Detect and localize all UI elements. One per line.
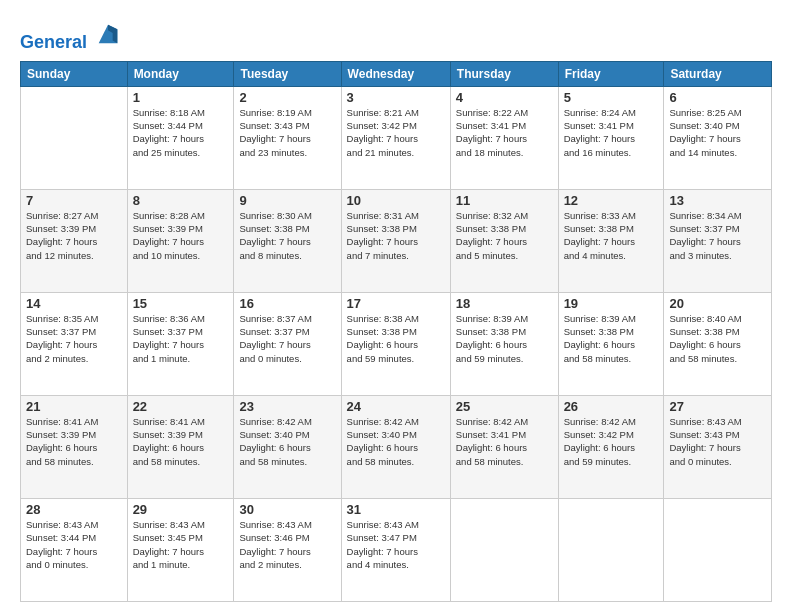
day-info: Sunrise: 8:24 AM Sunset: 3:41 PM Dayligh… (564, 106, 659, 159)
day-info: Sunrise: 8:43 AM Sunset: 3:47 PM Dayligh… (347, 518, 445, 571)
calendar-table: SundayMondayTuesdayWednesdayThursdayFrid… (20, 61, 772, 602)
day-number: 2 (239, 90, 335, 105)
header: General (20, 16, 772, 53)
day-number: 3 (347, 90, 445, 105)
day-info: Sunrise: 8:18 AM Sunset: 3:44 PM Dayligh… (133, 106, 229, 159)
day-number: 13 (669, 193, 766, 208)
calendar-cell: 22Sunrise: 8:41 AM Sunset: 3:39 PM Dayli… (127, 395, 234, 498)
calendar-cell: 11Sunrise: 8:32 AM Sunset: 3:38 PM Dayli… (450, 189, 558, 292)
day-info: Sunrise: 8:37 AM Sunset: 3:37 PM Dayligh… (239, 312, 335, 365)
calendar-cell (21, 86, 128, 189)
day-number: 29 (133, 502, 229, 517)
day-info: Sunrise: 8:39 AM Sunset: 3:38 PM Dayligh… (456, 312, 553, 365)
day-info: Sunrise: 8:39 AM Sunset: 3:38 PM Dayligh… (564, 312, 659, 365)
calendar-week-row: 7Sunrise: 8:27 AM Sunset: 3:39 PM Daylig… (21, 189, 772, 292)
calendar-header-row: SundayMondayTuesdayWednesdayThursdayFrid… (21, 61, 772, 86)
day-number: 26 (564, 399, 659, 414)
day-info: Sunrise: 8:31 AM Sunset: 3:38 PM Dayligh… (347, 209, 445, 262)
calendar-cell: 2Sunrise: 8:19 AM Sunset: 3:43 PM Daylig… (234, 86, 341, 189)
calendar-cell: 16Sunrise: 8:37 AM Sunset: 3:37 PM Dayli… (234, 292, 341, 395)
logo-text: General (20, 20, 122, 53)
calendar-cell: 29Sunrise: 8:43 AM Sunset: 3:45 PM Dayli… (127, 498, 234, 601)
calendar-cell: 12Sunrise: 8:33 AM Sunset: 3:38 PM Dayli… (558, 189, 664, 292)
day-info: Sunrise: 8:43 AM Sunset: 3:43 PM Dayligh… (669, 415, 766, 468)
day-info: Sunrise: 8:35 AM Sunset: 3:37 PM Dayligh… (26, 312, 122, 365)
calendar-header-cell: Tuesday (234, 61, 341, 86)
logo: General (20, 20, 122, 53)
calendar-header-cell: Friday (558, 61, 664, 86)
day-number: 24 (347, 399, 445, 414)
day-number: 1 (133, 90, 229, 105)
day-number: 17 (347, 296, 445, 311)
day-info: Sunrise: 8:27 AM Sunset: 3:39 PM Dayligh… (26, 209, 122, 262)
calendar-cell (450, 498, 558, 601)
calendar-cell (664, 498, 772, 601)
day-number: 28 (26, 502, 122, 517)
calendar-week-row: 28Sunrise: 8:43 AM Sunset: 3:44 PM Dayli… (21, 498, 772, 601)
day-number: 16 (239, 296, 335, 311)
day-info: Sunrise: 8:33 AM Sunset: 3:38 PM Dayligh… (564, 209, 659, 262)
day-info: Sunrise: 8:42 AM Sunset: 3:40 PM Dayligh… (347, 415, 445, 468)
day-info: Sunrise: 8:43 AM Sunset: 3:44 PM Dayligh… (26, 518, 122, 571)
day-number: 8 (133, 193, 229, 208)
day-number: 12 (564, 193, 659, 208)
day-info: Sunrise: 8:43 AM Sunset: 3:46 PM Dayligh… (239, 518, 335, 571)
day-number: 9 (239, 193, 335, 208)
day-number: 27 (669, 399, 766, 414)
day-number: 15 (133, 296, 229, 311)
day-number: 25 (456, 399, 553, 414)
day-number: 10 (347, 193, 445, 208)
day-number: 7 (26, 193, 122, 208)
calendar-cell: 23Sunrise: 8:42 AM Sunset: 3:40 PM Dayli… (234, 395, 341, 498)
calendar-body: 1Sunrise: 8:18 AM Sunset: 3:44 PM Daylig… (21, 86, 772, 601)
calendar-cell: 24Sunrise: 8:42 AM Sunset: 3:40 PM Dayli… (341, 395, 450, 498)
calendar-cell: 7Sunrise: 8:27 AM Sunset: 3:39 PM Daylig… (21, 189, 128, 292)
day-number: 5 (564, 90, 659, 105)
day-number: 21 (26, 399, 122, 414)
day-number: 14 (26, 296, 122, 311)
calendar-cell: 3Sunrise: 8:21 AM Sunset: 3:42 PM Daylig… (341, 86, 450, 189)
day-number: 18 (456, 296, 553, 311)
day-number: 31 (347, 502, 445, 517)
day-info: Sunrise: 8:28 AM Sunset: 3:39 PM Dayligh… (133, 209, 229, 262)
calendar-cell: 1Sunrise: 8:18 AM Sunset: 3:44 PM Daylig… (127, 86, 234, 189)
day-info: Sunrise: 8:32 AM Sunset: 3:38 PM Dayligh… (456, 209, 553, 262)
day-number: 11 (456, 193, 553, 208)
calendar-cell: 8Sunrise: 8:28 AM Sunset: 3:39 PM Daylig… (127, 189, 234, 292)
calendar-cell: 5Sunrise: 8:24 AM Sunset: 3:41 PM Daylig… (558, 86, 664, 189)
calendar-cell: 17Sunrise: 8:38 AM Sunset: 3:38 PM Dayli… (341, 292, 450, 395)
page: General SundayMondayTuesdayWednesdayThur… (0, 0, 792, 612)
calendar-cell: 31Sunrise: 8:43 AM Sunset: 3:47 PM Dayli… (341, 498, 450, 601)
day-info: Sunrise: 8:38 AM Sunset: 3:38 PM Dayligh… (347, 312, 445, 365)
day-number: 19 (564, 296, 659, 311)
calendar-cell: 25Sunrise: 8:42 AM Sunset: 3:41 PM Dayli… (450, 395, 558, 498)
calendar-week-row: 14Sunrise: 8:35 AM Sunset: 3:37 PM Dayli… (21, 292, 772, 395)
day-info: Sunrise: 8:40 AM Sunset: 3:38 PM Dayligh… (669, 312, 766, 365)
day-info: Sunrise: 8:42 AM Sunset: 3:41 PM Dayligh… (456, 415, 553, 468)
calendar-cell: 27Sunrise: 8:43 AM Sunset: 3:43 PM Dayli… (664, 395, 772, 498)
calendar-cell: 30Sunrise: 8:43 AM Sunset: 3:46 PM Dayli… (234, 498, 341, 601)
day-info: Sunrise: 8:22 AM Sunset: 3:41 PM Dayligh… (456, 106, 553, 159)
day-number: 4 (456, 90, 553, 105)
day-info: Sunrise: 8:30 AM Sunset: 3:38 PM Dayligh… (239, 209, 335, 262)
calendar-cell: 26Sunrise: 8:42 AM Sunset: 3:42 PM Dayli… (558, 395, 664, 498)
calendar-cell: 4Sunrise: 8:22 AM Sunset: 3:41 PM Daylig… (450, 86, 558, 189)
calendar-header-cell: Thursday (450, 61, 558, 86)
calendar-header-cell: Sunday (21, 61, 128, 86)
day-info: Sunrise: 8:41 AM Sunset: 3:39 PM Dayligh… (133, 415, 229, 468)
calendar-cell: 20Sunrise: 8:40 AM Sunset: 3:38 PM Dayli… (664, 292, 772, 395)
day-info: Sunrise: 8:36 AM Sunset: 3:37 PM Dayligh… (133, 312, 229, 365)
calendar-cell: 14Sunrise: 8:35 AM Sunset: 3:37 PM Dayli… (21, 292, 128, 395)
day-info: Sunrise: 8:34 AM Sunset: 3:37 PM Dayligh… (669, 209, 766, 262)
calendar-cell: 15Sunrise: 8:36 AM Sunset: 3:37 PM Dayli… (127, 292, 234, 395)
calendar-week-row: 1Sunrise: 8:18 AM Sunset: 3:44 PM Daylig… (21, 86, 772, 189)
calendar-cell (558, 498, 664, 601)
day-info: Sunrise: 8:25 AM Sunset: 3:40 PM Dayligh… (669, 106, 766, 159)
day-info: Sunrise: 8:42 AM Sunset: 3:42 PM Dayligh… (564, 415, 659, 468)
calendar-header-cell: Saturday (664, 61, 772, 86)
calendar-week-row: 21Sunrise: 8:41 AM Sunset: 3:39 PM Dayli… (21, 395, 772, 498)
day-info: Sunrise: 8:42 AM Sunset: 3:40 PM Dayligh… (239, 415, 335, 468)
day-number: 30 (239, 502, 335, 517)
day-info: Sunrise: 8:21 AM Sunset: 3:42 PM Dayligh… (347, 106, 445, 159)
calendar-cell: 10Sunrise: 8:31 AM Sunset: 3:38 PM Dayli… (341, 189, 450, 292)
